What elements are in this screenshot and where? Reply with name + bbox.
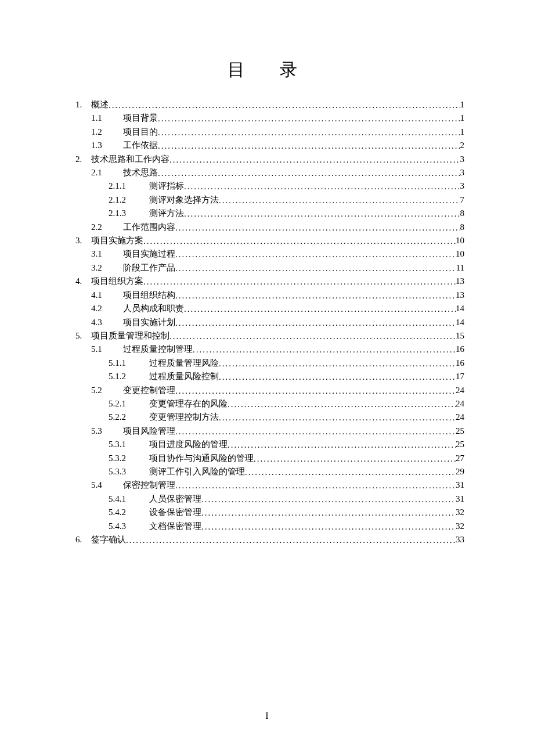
toc-entry-title: 文档保密管理 (149, 520, 201, 533)
page-number-footer: I (0, 711, 534, 721)
toc-entry-page: 1 (460, 111, 465, 125)
toc-entry-page: 3 (460, 179, 465, 193)
toc-dot-leader (201, 520, 456, 534)
toc-entry-title: 阶段工作产品 (123, 261, 175, 275)
toc-entry-title: 技术思路和工作内容 (91, 153, 169, 166)
toc-entry-number: 5. (75, 329, 91, 343)
toc-entry-page: 10 (456, 234, 464, 247)
toc-entry-page: 13 (456, 289, 464, 302)
toc-entry-page: 24 (456, 411, 464, 424)
toc-entry-number: 4.1 (91, 289, 123, 302)
toc-dot-leader (109, 99, 460, 112)
toc-entry: 5.2.2变更管理控制方法24 (75, 411, 464, 424)
toc-entry-title: 项目组织结构 (123, 289, 175, 302)
toc-dot-leader (254, 452, 456, 466)
toc-entry-title: 过程质量控制管理 (123, 343, 193, 356)
toc-dot-leader (175, 316, 456, 330)
toc-dot-leader (193, 343, 456, 357)
toc-entry-title: 测评工作引入风险的管理 (149, 465, 245, 478)
toc-entry: 2.1技术思路3 (75, 166, 464, 179)
toc-dot-leader (175, 248, 456, 261)
toc-entry-number: 5.4.1 (109, 492, 149, 506)
toc-dot-leader (169, 153, 460, 167)
toc-dot-leader (184, 207, 460, 221)
toc-entry-number: 2.1 (91, 166, 123, 179)
toc-entry: 4.1项目组织结构13 (75, 289, 464, 302)
toc-dot-leader (143, 275, 456, 289)
toc-entry: 1.3工作依据2 (75, 139, 464, 152)
toc-entry-page: 13 (456, 275, 464, 288)
toc-dot-leader (184, 180, 460, 193)
toc-dot-leader (219, 194, 460, 207)
toc-entry-number: 6. (75, 533, 91, 546)
toc-entry-page: 25 (456, 438, 464, 451)
toc-entry-title: 项目实施方案 (91, 234, 143, 247)
toc-entry-title: 变更控制管理 (123, 384, 175, 397)
toc-dot-leader (175, 425, 456, 438)
toc-entry: 5.3项目风险管理25 (75, 424, 464, 438)
toc-entry-number: 5.3.1 (109, 438, 149, 451)
toc-entry: 1.2项目目的1 (75, 125, 464, 139)
toc-entry: 5.2.1变更管理存在的风险24 (75, 397, 464, 411)
toc-entry-page: 29 (456, 465, 464, 478)
toc-entry-page: 10 (456, 247, 464, 261)
toc-entry-number: 5.2.2 (109, 411, 149, 424)
toc-entry-title: 过程质量管理风险 (149, 357, 219, 370)
toc-entry-title: 人员构成和职责 (123, 302, 184, 315)
toc-entry-number: 3.2 (91, 261, 123, 275)
toc-entry-title: 项目实施过程 (123, 247, 175, 261)
toc-entry: 1.概述1 (75, 98, 464, 111)
toc-dot-leader (126, 534, 456, 547)
toc-entry: 5.1.2过程质量风险控制17 (75, 370, 464, 383)
toc-entry-title: 项目背景 (123, 111, 158, 125)
toc-entry-page: 1 (460, 125, 465, 139)
toc-entry-number: 3. (75, 234, 91, 247)
toc-entry: 5.3.2项目协作与沟通风险的管理27 (75, 452, 464, 465)
toc-entry-page: 24 (456, 397, 464, 411)
toc-entry: 6.签字确认33 (75, 533, 464, 546)
toc-entry: 5.2变更控制管理24 (75, 384, 464, 397)
toc-entry-page: 3 (460, 166, 465, 179)
toc-entry: 1.1项目背景1 (75, 111, 464, 125)
toc-dot-leader (175, 479, 456, 492)
toc-entry-title: 保密控制管理 (123, 478, 175, 492)
toc-entry-number: 2.1.2 (109, 193, 149, 207)
toc-entry: 3.项目实施方案10 (75, 234, 464, 247)
toc-entry: 5.3.3测评工作引入风险的管理29 (75, 465, 464, 478)
toc-entry-number: 5.3.3 (109, 465, 149, 478)
toc-entry: 2.1.2测评对象选择方法7 (75, 193, 464, 207)
toc-entry-page: 14 (456, 302, 464, 315)
toc-entry: 4.3项目实施计划14 (75, 316, 464, 329)
toc-entry-page: 24 (456, 384, 464, 397)
toc-entry-page: 32 (456, 506, 464, 519)
toc-entry-page: 16 (456, 343, 464, 356)
toc-entry: 3.1项目实施过程10 (75, 247, 464, 261)
toc-entry: 5.3.1项目进度风险的管理25 (75, 438, 464, 451)
toc-container: 1.概述11.1项目背景11.2项目目的11.3工作依据22.技术思路和工作内容… (75, 98, 464, 546)
toc-entry-number: 1.3 (91, 139, 123, 152)
toc-entry-page: 8 (460, 207, 465, 220)
toc-dot-leader (175, 221, 460, 235)
toc-entry-page: 15 (456, 329, 464, 343)
toc-entry-page: 7 (460, 193, 465, 207)
toc-entry-page: 31 (456, 478, 464, 492)
toc-entry-number: 1.1 (91, 111, 123, 125)
toc-entry-page: 8 (460, 221, 465, 234)
toc-entry-number: 1. (75, 98, 91, 111)
toc-entry-title: 测评方法 (149, 207, 184, 220)
toc-dot-leader (219, 411, 456, 424)
toc-entry-page: 3 (460, 153, 465, 166)
toc-entry-number: 2.2 (91, 221, 123, 234)
toc-entry-number: 5.1 (91, 343, 123, 356)
toc-entry-page: 25 (456, 424, 464, 438)
toc-entry-title: 签字确认 (91, 533, 126, 546)
toc-dot-leader (158, 112, 460, 125)
toc-entry: 4.2人员构成和职责14 (75, 302, 464, 315)
toc-entry-title: 概述 (91, 98, 109, 111)
toc-entry-number: 5.4.2 (109, 506, 149, 519)
toc-dot-leader (201, 506, 456, 520)
toc-entry-number: 5.1.1 (109, 357, 149, 370)
toc-entry-title: 设备保密管理 (149, 506, 201, 519)
toc-entry-number: 5.1.2 (109, 370, 149, 383)
toc-dot-leader (219, 370, 456, 384)
